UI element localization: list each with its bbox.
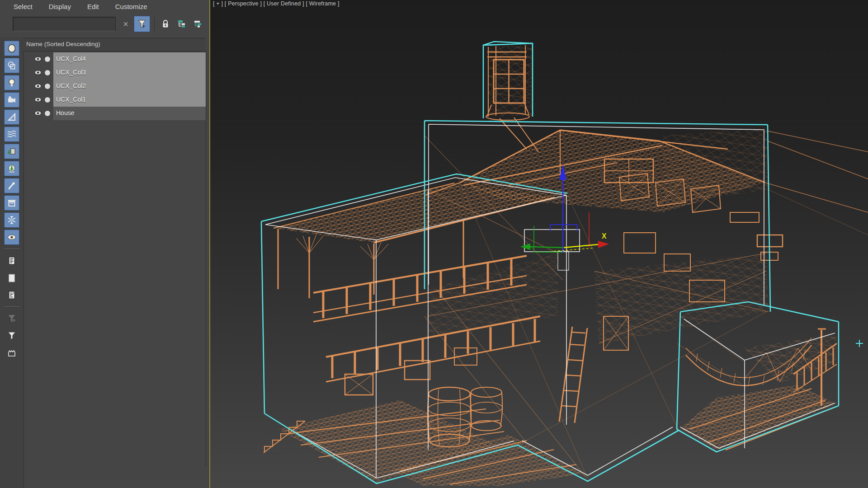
filter-selection-funnel-icon: [137, 19, 147, 29]
properties-list-icon[interactable]: [4, 253, 19, 268]
expand-tree-icon: [177, 19, 187, 29]
search-toolbar: ×: [0, 14, 209, 36]
display-frozen-icon[interactable]: [4, 212, 19, 228]
list-item[interactable]: UCX_Col3: [24, 66, 206, 80]
x-axis[interactable]: [564, 244, 598, 248]
menu-edit[interactable]: Edit: [87, 3, 99, 10]
x-axis-arrow: [598, 241, 609, 248]
filter-icon[interactable]: [4, 328, 19, 343]
ladder: [559, 327, 587, 423]
render-dot-icon[interactable]: [44, 97, 51, 103]
viewport-label[interactable]: [ + ] [ Perspective ] [ User Defined ] […: [213, 0, 340, 7]
visibility-eye-icon[interactable]: [34, 96, 42, 104]
display-bones-icon[interactable]: [4, 178, 19, 193]
column-header-label: Name (Sorted Descending): [26, 41, 100, 47]
render-dot-icon[interactable]: [44, 110, 51, 117]
collapse-tree-button[interactable]: [190, 16, 206, 32]
render-dot-icon[interactable]: [44, 70, 51, 76]
menu-bar: Select Display Edit Customize: [0, 0, 209, 13]
y-axis[interactable]: [530, 247, 563, 248]
list-item[interactable]: House: [24, 107, 206, 120]
display-containers-icon[interactable]: [4, 195, 19, 211]
menu-display[interactable]: Display: [49, 3, 71, 10]
object-name: House: [56, 109, 74, 117]
display-shapes-icon[interactable]: [4, 58, 19, 73]
render-dot-icon[interactable]: [44, 56, 51, 62]
display-spacewarps-icon[interactable]: [4, 127, 19, 142]
visibility-eye-icon[interactable]: [34, 83, 42, 91]
object-name: UCX_Col4: [56, 55, 86, 62]
clear-search-icon[interactable]: ×: [120, 18, 131, 30]
toolbar-separator: [154, 17, 155, 31]
y-axis-arrow: [520, 244, 530, 250]
wall-mesh: [427, 253, 558, 337]
house-wireframe[interactable]: [264, 45, 868, 486]
display-geometry-icon[interactable]: [4, 41, 19, 56]
lock-icon: [160, 19, 170, 29]
selection-tick: [856, 340, 863, 347]
list-item[interactable]: UCX_Col1: [24, 93, 206, 107]
display-groups-icon[interactable]: [4, 144, 19, 159]
column-header-name[interactable]: Name (Sorted Descending): [24, 38, 206, 52]
display-filter-toolbar: [0, 37, 24, 488]
barrel: [471, 387, 503, 431]
visibility-eye-icon[interactable]: [34, 69, 42, 77]
detail-list-icon[interactable]: [4, 287, 19, 303]
visibility-eye-icon[interactable]: [34, 110, 42, 118]
object-list: UCX_Col4 UCX_Col3 UCX_Col2 UCX_Col1 Hous: [24, 51, 206, 466]
perspective-viewport[interactable]: [ + ] [ Perspective ] [ User Defined ] […: [209, 0, 868, 488]
expand-tree-button[interactable]: [174, 16, 190, 32]
blank-swatch-icon[interactable]: [4, 270, 19, 286]
toolbar-divider: [4, 249, 20, 250]
wall-mesh: [662, 127, 769, 204]
list-item[interactable]: UCX_Col4: [24, 52, 206, 66]
menu-select[interactable]: Select: [14, 3, 33, 10]
object-name: UCX_Col3: [56, 69, 86, 76]
filter-selection-button[interactable]: [134, 16, 150, 32]
display-helpers-icon[interactable]: [4, 109, 19, 125]
collapse-tree-icon: [193, 19, 203, 29]
search-input[interactable]: [13, 17, 116, 31]
3ds-max-scene-explorer-window: Select Display Edit Customize ×: [0, 0, 868, 488]
selection-set-icon[interactable]: [4, 345, 19, 361]
visibility-eye-icon[interactable]: [34, 56, 42, 64]
object-name: UCX_Col2: [56, 82, 86, 89]
render-dot-icon[interactable]: [44, 83, 51, 89]
wireframe-scene: X: [210, 0, 868, 488]
display-hidden-icon[interactable]: [4, 230, 19, 245]
x-axis-label: X: [602, 232, 607, 240]
scene-explorer-panel: Select Display Edit Customize ×: [0, 0, 209, 488]
object-name: UCX_Col1: [56, 96, 86, 103]
toolbar-divider: [4, 306, 20, 308]
wall-mesh: [594, 254, 769, 344]
list-item[interactable]: UCX_Col2: [24, 80, 206, 93]
display-cameras-icon[interactable]: [4, 92, 19, 108]
display-xrefs-icon[interactable]: [4, 161, 19, 176]
lock-button[interactable]: [157, 16, 174, 32]
menu-customize[interactable]: Customize: [115, 3, 147, 10]
porch-roof-mesh: [274, 183, 555, 243]
filter-disabled-icon[interactable]: [4, 311, 19, 326]
display-lights-icon[interactable]: [4, 75, 19, 90]
